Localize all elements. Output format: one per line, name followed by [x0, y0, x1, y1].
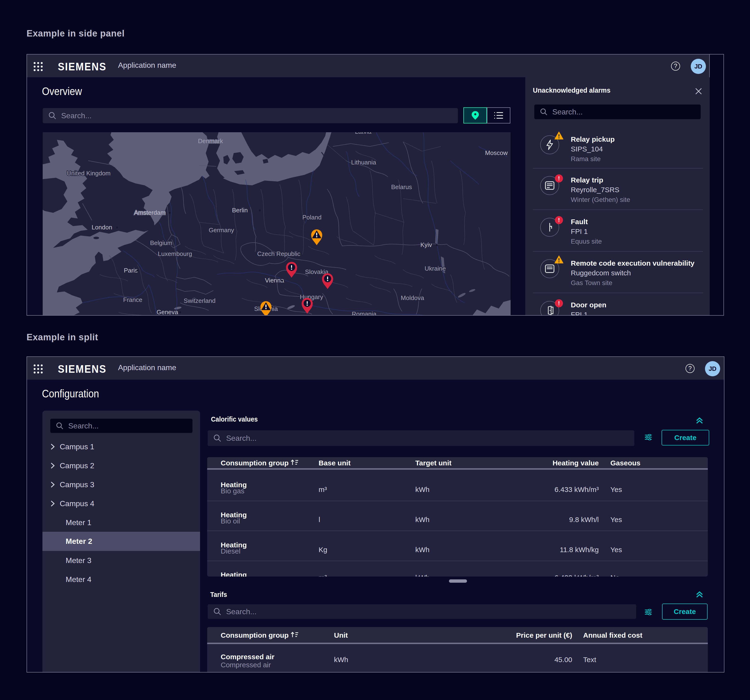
- svg-text:Latvia: Latvia: [355, 132, 372, 135]
- svg-text:Lithuania: Lithuania: [351, 159, 376, 166]
- svg-text:Germany: Germany: [209, 227, 234, 234]
- svg-text:Belgium: Belgium: [150, 239, 172, 246]
- svg-text:London: London: [92, 224, 112, 231]
- svg-text:Luxembourg: Luxembourg: [158, 250, 192, 257]
- svg-text:Denmark: Denmark: [198, 137, 223, 144]
- svg-text:Poland: Poland: [303, 214, 322, 221]
- svg-text:Berlin: Berlin: [232, 207, 248, 214]
- svg-text:Switzerland: Switzerland: [184, 297, 215, 304]
- svg-text:Paris: Paris: [124, 267, 138, 274]
- svg-text:Czech Republic: Czech Republic: [257, 250, 300, 257]
- svg-text:Amsterdam: Amsterdam: [134, 209, 166, 216]
- svg-text:United Kingdom: United Kingdom: [67, 170, 111, 177]
- svg-text:Moldova: Moldova: [401, 294, 424, 301]
- svg-text:Belarus: Belarus: [391, 183, 412, 190]
- svg-text:Geneva: Geneva: [157, 309, 178, 316]
- svg-text:Hungary: Hungary: [300, 293, 323, 301]
- svg-text:France: France: [123, 296, 143, 303]
- svg-text:Moscow: Moscow: [485, 149, 508, 157]
- svg-text:Romania: Romania: [352, 310, 377, 316]
- svg-text:Ukraine: Ukraine: [424, 265, 446, 272]
- svg-text:Kyiv: Kyiv: [420, 241, 432, 248]
